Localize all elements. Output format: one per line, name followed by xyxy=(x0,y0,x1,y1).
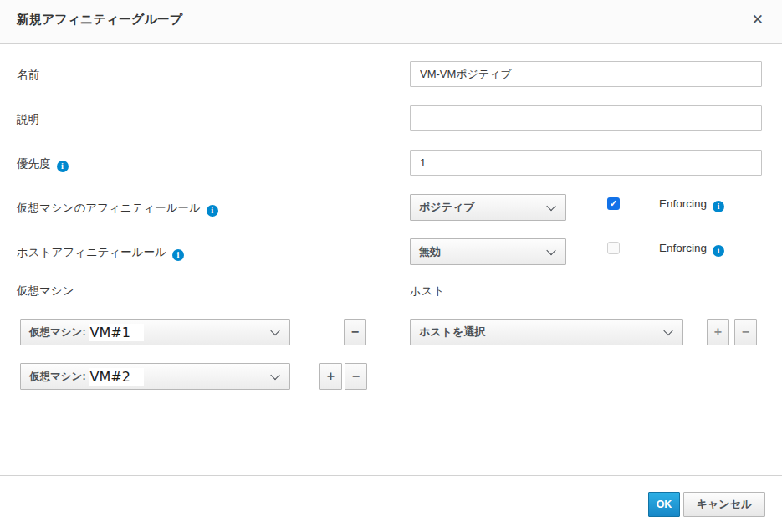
minus-icon: − xyxy=(352,369,360,384)
host-enforcing-info-icon[interactable]: i xyxy=(713,245,724,257)
check-icon: ✓ xyxy=(610,199,617,208)
host-affinity-rule-info-icon[interactable]: i xyxy=(172,249,184,261)
vm-affinity-rule-label: 仮想マシンのアフィニティールールi xyxy=(17,201,218,217)
vm-affinity-rule-info-icon[interactable]: i xyxy=(207,205,218,217)
description-input[interactable] xyxy=(410,105,762,131)
chevron-down-icon xyxy=(270,371,279,380)
host-section-label: ホスト xyxy=(410,284,444,299)
chevron-down-icon xyxy=(546,246,555,255)
plus-icon: + xyxy=(327,369,335,384)
minus-icon: − xyxy=(742,325,749,340)
host-enforcing-checkbox[interactable] xyxy=(607,242,620,254)
vm-row1-remove-button[interactable]: − xyxy=(344,319,366,345)
chevron-down-icon xyxy=(663,326,672,335)
dialog-header: 新規アフィニティーグループ ✕ xyxy=(0,0,782,44)
ok-button[interactable]: OK xyxy=(648,492,680,517)
new-affinity-group-dialog: 新規アフィニティーグループ ✕ 名前 説明 優先度i 仮想マシンのアフィニティー… xyxy=(0,0,782,532)
vm-enforcing-checkbox[interactable]: ✓ xyxy=(607,197,620,210)
priority-label: 優先度i xyxy=(17,156,69,172)
close-icon[interactable]: ✕ xyxy=(747,9,769,30)
host-affinity-rule-label: ホストアフィニティールールi xyxy=(17,245,184,261)
chevron-down-icon xyxy=(546,202,555,211)
name-label: 名前 xyxy=(17,68,39,83)
chevron-down-icon xyxy=(270,326,279,335)
host-affinity-rule-select[interactable]: 無効 xyxy=(410,238,566,265)
host-enforcing-label: Enforcingi xyxy=(659,242,724,257)
host-remove-button[interactable]: − xyxy=(734,319,757,345)
vm-affinity-rule-selected: ポジティブ xyxy=(419,200,475,215)
vm-row2-add-button[interactable]: + xyxy=(319,363,342,390)
vm-select-2[interactable]: 仮想マシン: VM#2 xyxy=(20,363,290,390)
host-affinity-rule-selected: 無効 xyxy=(419,244,441,259)
priority-info-icon[interactable]: i xyxy=(57,161,69,172)
plus-icon: + xyxy=(714,325,722,340)
cancel-button[interactable]: キャンセル xyxy=(683,492,765,517)
dialog-title: 新規アフィニティーグループ xyxy=(17,12,182,28)
name-input[interactable] xyxy=(410,61,762,87)
vm-section-label: 仮想マシン xyxy=(17,284,74,299)
host-select[interactable]: ホストを選択 xyxy=(410,319,683,345)
vm-affinity-rule-select[interactable]: ポジティブ xyxy=(410,194,566,221)
vm-enforcing-label: Enforcingi xyxy=(659,197,724,212)
description-label: 説明 xyxy=(17,112,39,127)
vm-row2-remove-button[interactable]: − xyxy=(345,363,367,390)
dialog-footer: OK キャンセル xyxy=(0,475,782,532)
priority-input[interactable] xyxy=(410,150,762,176)
minus-icon: − xyxy=(351,325,359,340)
host-add-button[interactable]: + xyxy=(707,319,729,345)
vm-enforcing-info-icon[interactable]: i xyxy=(713,201,724,212)
vm-select-1[interactable]: 仮想マシン: VM#1 xyxy=(20,319,290,345)
